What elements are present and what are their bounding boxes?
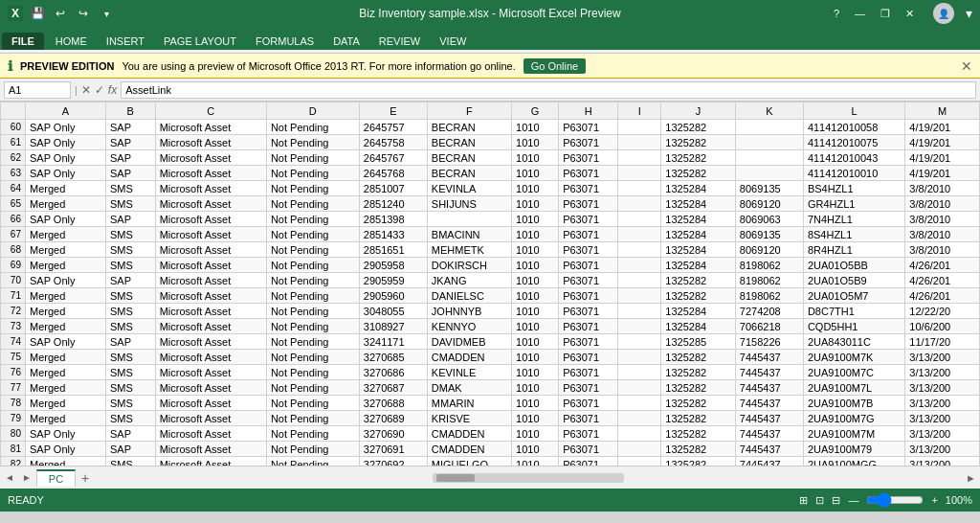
col-M[interactable]: M [905,102,980,120]
cell[interactable]: 7445437 [735,457,803,466]
cell[interactable]: SMS [105,227,155,242]
col-H[interactable]: H [559,102,618,120]
cell[interactable] [618,166,661,181]
cell[interactable]: 1010 [512,212,559,227]
cell[interactable]: SMS [105,457,155,466]
cell[interactable]: Merged [25,227,105,242]
cell[interactable]: 2UA01O5BB [803,258,904,273]
cell[interactable]: Microsoft Asset [155,227,266,242]
cell[interactable]: 1325282 [661,380,736,396]
cell[interactable]: 1325282 [661,273,736,288]
cell[interactable]: 7274208 [735,304,803,319]
cell[interactable]: Microsoft Asset [155,350,266,365]
cell[interactable]: 1010 [512,304,559,319]
cell[interactable]: SAP [105,135,155,150]
cell[interactable]: 3/13/200 [905,426,980,442]
cell[interactable]: JOHNNYB [427,304,511,319]
cell[interactable]: 3270692 [359,457,427,466]
cell[interactable]: Microsoft Asset [155,181,266,196]
cell[interactable]: 3/8/2010 [905,212,980,227]
cell[interactable]: CMADDEN [427,442,511,457]
cell[interactable]: SMS [105,258,155,273]
cell[interactable]: KEVINLA [427,181,511,196]
cell[interactable] [735,150,803,166]
cell[interactable] [618,181,661,196]
cell[interactable]: Microsoft Asset [155,288,266,304]
cell[interactable]: 2UA9100MGG [803,457,904,466]
cell[interactable]: 3/13/200 [905,380,980,396]
cell[interactable]: Not Pending [266,365,359,380]
cell[interactable]: 7445437 [735,380,803,396]
cell[interactable]: 3048055 [359,304,427,319]
name-box[interactable] [4,81,71,99]
minimize-btn[interactable]: — [851,8,869,19]
cell[interactable]: SAP [105,120,155,135]
cell[interactable]: Not Pending [266,350,359,365]
cell[interactable]: SMS [105,196,155,212]
cell[interactable]: Microsoft Asset [155,365,266,380]
cell[interactable]: 2645768 [359,166,427,181]
cell[interactable]: 1010 [512,150,559,166]
cell[interactable]: BECRAN [427,166,511,181]
cell[interactable]: Microsoft Asset [155,273,266,288]
cell[interactable]: KENNYO [427,319,511,334]
cell[interactable]: 11/17/20 [905,334,980,350]
cell[interactable]: SAP Only [25,166,105,181]
cell[interactable]: 4/19/201 [905,166,980,181]
cell[interactable]: P63071 [559,120,618,135]
cell[interactable]: Merged [25,181,105,196]
add-sheet-btn[interactable]: + [76,468,95,488]
cell[interactable]: 1325282 [661,457,736,466]
maximize-btn[interactable]: ❐ [877,8,894,20]
cell[interactable]: 1325282 [661,365,736,380]
cell[interactable]: 1010 [512,120,559,135]
cell[interactable]: 1325282 [661,396,736,411]
cell[interactable]: 1010 [512,350,559,365]
cell[interactable]: 1010 [512,411,559,426]
cell[interactable] [618,411,661,426]
cell[interactable]: Not Pending [266,334,359,350]
cell[interactable]: 1010 [512,365,559,380]
cell[interactable]: P63071 [559,135,618,150]
cell[interactable] [618,457,661,466]
cell[interactable]: 7445437 [735,411,803,426]
cell[interactable]: Merged [25,365,105,380]
cell[interactable]: Not Pending [266,442,359,457]
cell[interactable]: 3/13/200 [905,411,980,426]
cell[interactable] [618,365,661,380]
cell[interactable]: 2851398 [359,212,427,227]
cell[interactable]: Merged [25,457,105,466]
cell[interactable]: P63071 [559,334,618,350]
cell[interactable]: SMS [105,288,155,304]
cell[interactable]: 1325285 [661,334,736,350]
cell[interactable]: SMS [105,304,155,319]
cell[interactable]: Merged [25,380,105,396]
cell[interactable]: 3270686 [359,365,427,380]
cell[interactable]: MMARIN [427,396,511,411]
cell[interactable]: Not Pending [266,380,359,396]
cell[interactable]: Microsoft Asset [155,334,266,350]
insert-function-icon[interactable]: fx [108,83,117,97]
cell[interactable] [618,304,661,319]
cell[interactable]: P63071 [559,181,618,196]
customize-btn[interactable]: ▾ [98,5,115,22]
cell[interactable]: Not Pending [266,258,359,273]
cell[interactable]: P63071 [559,396,618,411]
cell[interactable] [618,288,661,304]
cell[interactable]: 2645767 [359,150,427,166]
cell[interactable] [618,227,661,242]
cell[interactable] [735,120,803,135]
preview-close-icon[interactable]: ✕ [961,58,972,74]
cell[interactable]: 1010 [512,181,559,196]
cell[interactable]: 1325282 [661,411,736,426]
tab-formulas[interactable]: FORMULAS [246,33,323,50]
cell[interactable]: 1325284 [661,304,736,319]
cell[interactable]: 7N4HZL1 [803,212,904,227]
cell[interactable]: Merged [25,242,105,258]
cell[interactable]: 4/26/201 [905,258,980,273]
cell[interactable]: CMADDEN [427,426,511,442]
tab-home[interactable]: HOME [46,33,97,50]
tab-review[interactable]: REVIEW [369,33,430,50]
cell[interactable]: 7445437 [735,426,803,442]
cell[interactable]: Not Pending [266,411,359,426]
